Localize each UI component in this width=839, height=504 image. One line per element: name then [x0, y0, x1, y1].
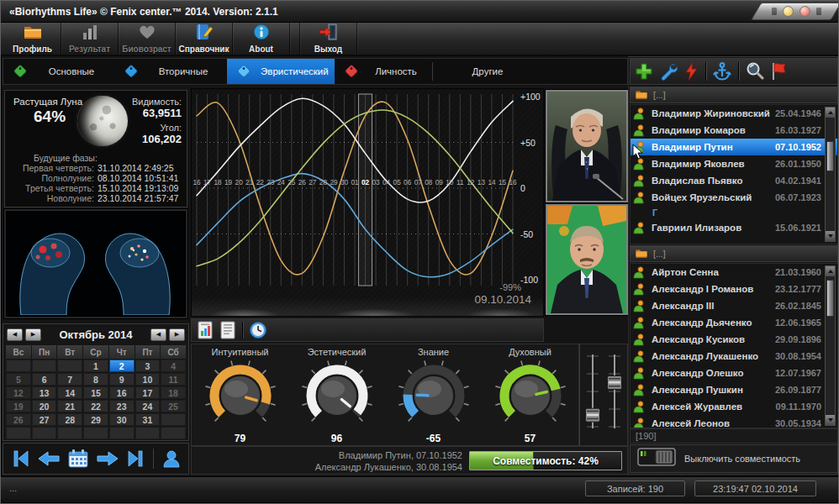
- scroll-down-button[interactable]: [826, 231, 835, 241]
- bioage-button[interactable]: Биовозраст: [119, 23, 176, 55]
- calendar-day[interactable]: 10: [135, 373, 161, 386]
- calendar-day[interactable]: 31: [135, 413, 161, 426]
- scroll-down-button[interactable]: [826, 415, 835, 425]
- calendar-day[interactable]: 3: [135, 360, 161, 372]
- calendar-day[interactable]: 9: [109, 373, 135, 386]
- calendar-day[interactable]: 21: [57, 400, 82, 412]
- title-bar[interactable]: «Biorhythms Life» © Fenix center.™ 2014.…: [1, 1, 839, 23]
- lightning-icon[interactable]: [683, 61, 699, 81]
- knob-Знание[interactable]: Знание-65: [388, 347, 480, 445]
- calendar-icon[interactable]: [67, 449, 89, 469]
- reference-button[interactable]: Справочник: [176, 23, 233, 55]
- calendar-day[interactable]: 16: [109, 386, 135, 399]
- calendar-day[interactable]: 18: [161, 386, 186, 399]
- close-button[interactable]: [799, 6, 810, 17]
- list-item[interactable]: Алексей Леонов30.05.1934: [631, 415, 837, 428]
- next-day-button[interactable]: [96, 449, 119, 469]
- exit-button[interactable]: Выход: [300, 23, 357, 55]
- calendar-day[interactable]: 12: [6, 386, 31, 399]
- knob-Духовный[interactable]: Духовный57: [484, 347, 577, 445]
- calendar-day[interactable]: 8: [83, 373, 108, 386]
- tab-lichnost[interactable]: Личность: [335, 59, 432, 84]
- window-menu-icon[interactable]: [772, 8, 777, 15]
- biorhythm-chart[interactable]: 1617181920212223242526272829300102030405…: [191, 88, 544, 317]
- calendar-day[interactable]: 2: [109, 360, 135, 372]
- toggle-switch[interactable]: [637, 447, 676, 470]
- wrench-icon[interactable]: [658, 61, 678, 81]
- person-button[interactable]: [162, 449, 181, 469]
- list-item[interactable]: Владимир Жириновский25.04.1946: [631, 105, 837, 122]
- calendar-day[interactable]: 26: [6, 413, 31, 426]
- profile-button[interactable]: Профиль: [4, 23, 61, 55]
- calendar-prev-year-button[interactable]: ◀: [7, 328, 23, 341]
- scroll-thumb[interactable]: [826, 280, 834, 317]
- scroll-thumb[interactable]: [826, 141, 834, 171]
- list-item[interactable]: Александр Олешко12.07.1967: [631, 365, 837, 381]
- list-item[interactable]: Айртон Сенна21.03.1960: [631, 264, 837, 281]
- calendar-day[interactable]: 5: [6, 373, 31, 386]
- calendar-day[interactable]: 27: [32, 413, 57, 426]
- calendar-day[interactable]: 28: [57, 413, 82, 426]
- list-item[interactable]: Владимир Яковлев26.01.1950: [631, 155, 837, 172]
- calendar-day[interactable]: 7: [57, 373, 82, 386]
- calendar-day[interactable]: 25: [161, 400, 186, 412]
- search-icon[interactable]: [745, 61, 765, 81]
- list-item[interactable]: Александр I Романов23.12.1777: [631, 281, 837, 297]
- calendar-day[interactable]: 23: [109, 400, 135, 412]
- list-item[interactable]: Александр Пушкин26.09.1877: [631, 381, 837, 398]
- document-icon[interactable]: [219, 321, 236, 339]
- scrollbar[interactable]: [825, 107, 836, 242]
- group-folder[interactable]: [...]: [630, 87, 838, 103]
- tab-osnovnye[interactable]: Основные: [3, 59, 114, 84]
- knob-Эстетический[interactable]: Эстетический96: [291, 347, 383, 445]
- prev-day-button[interactable]: [37, 449, 61, 469]
- list-item[interactable]: Гавриил Илизаров15.06.1921: [631, 219, 837, 236]
- scroll-up-button[interactable]: [826, 108, 835, 118]
- list-item[interactable]: Войцех Ярузельский06.07.1923: [631, 189, 837, 206]
- list-item[interactable]: Владимир Комаров16.03.1927: [631, 122, 837, 139]
- chart-plot[interactable]: 1617181920212223242526272829300102030405…: [192, 89, 543, 304]
- resize-grip-icon[interactable]: [816, 8, 821, 15]
- list-item[interactable]: Владислав Пьявко04.02.1941: [631, 172, 837, 189]
- list-item[interactable]: Александр Кусиков29.09.1896: [631, 331, 837, 348]
- tab-evristicheskiy[interactable]: Эвристический: [227, 59, 335, 84]
- first-date-button[interactable]: [12, 449, 30, 469]
- add-icon[interactable]: [634, 61, 654, 81]
- result-button[interactable]: Результат: [61, 23, 119, 55]
- list-item[interactable]: Александр Дьяченко12.06.1965: [631, 314, 837, 331]
- fader[interactable]: [604, 348, 625, 442]
- calendar-day[interactable]: 6: [32, 373, 57, 386]
- people-list-2[interactable]: Айртон Сенна21.03.1960Александр I Романо…: [630, 263, 838, 428]
- calendar-day[interactable]: 4: [161, 360, 186, 372]
- scroll-up-button[interactable]: [826, 266, 835, 276]
- calendar-day[interactable]: 24: [135, 400, 161, 412]
- knob-Интуитивный[interactable]: Интуитивный79: [194, 347, 287, 445]
- calendar-next-year-button[interactable]: ▶: [25, 328, 41, 341]
- scrollbar[interactable]: [825, 265, 836, 426]
- calendar-day[interactable]: 20: [32, 400, 57, 412]
- people-list-1[interactable]: Владимир Жириновский25.04.1946Владимир К…: [630, 104, 838, 244]
- list-item[interactable]: Алексей Журавлев09.11.1970: [631, 398, 837, 415]
- calendar-day[interactable]: 19: [6, 400, 31, 412]
- calendar-day[interactable]: 15: [83, 386, 108, 399]
- calendar-next-month-button[interactable]: ▶: [169, 328, 185, 341]
- flag-icon[interactable]: [769, 61, 788, 81]
- calendar-day[interactable]: 11: [161, 373, 186, 386]
- tab-vtorichnye[interactable]: Вторичные: [114, 59, 227, 84]
- calendar-day[interactable]: 1: [83, 360, 108, 372]
- fader[interactable]: [583, 348, 603, 442]
- calendar-day[interactable]: 17: [135, 386, 161, 399]
- calendar-day[interactable]: 13: [32, 386, 57, 399]
- calendar-day[interactable]: 14: [57, 386, 82, 399]
- group-folder[interactable]: [...]: [630, 245, 838, 262]
- list-item[interactable]: Александр III26.02.1845: [631, 297, 837, 314]
- calendar-day[interactable]: 30: [109, 413, 135, 426]
- calendar-prev-month-button[interactable]: ◀: [150, 328, 166, 341]
- about-button[interactable]: About: [233, 23, 290, 55]
- calendar-day[interactable]: 29: [83, 413, 108, 426]
- anchor-icon[interactable]: [712, 61, 732, 81]
- minimize-button[interactable]: [783, 6, 794, 17]
- clock-icon[interactable]: [249, 321, 267, 339]
- last-date-button[interactable]: [126, 449, 145, 469]
- calendar-day[interactable]: 22: [83, 400, 108, 412]
